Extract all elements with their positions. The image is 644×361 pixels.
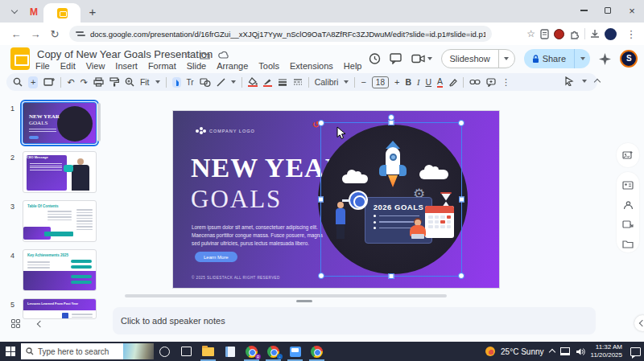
border-dash-icon[interactable] xyxy=(293,78,303,86)
slideshow-button[interactable]: Slideshow xyxy=(442,54,498,64)
meet-call-button[interactable] xyxy=(411,54,432,64)
menu-extensions[interactable]: Extensions xyxy=(290,61,333,71)
collapse-side-panel-icon[interactable] xyxy=(634,315,644,331)
slide-title-line2[interactable]: GOALS xyxy=(191,185,282,214)
tab-search-icon[interactable] xyxy=(6,3,23,19)
browser-profile-avatar[interactable] xyxy=(605,28,617,40)
new-slide-icon[interactable]: + xyxy=(28,76,38,88)
menu-tools[interactable]: Tools xyxy=(258,61,279,71)
speaker-notes[interactable]: Click to add speaker notes xyxy=(113,307,596,334)
download-icon[interactable] xyxy=(590,29,600,39)
file-explorer-icon[interactable] xyxy=(197,342,219,361)
insert-line-icon[interactable] xyxy=(217,78,225,87)
resize-handle-nw[interactable] xyxy=(318,120,324,126)
collapse-toolbar-icon[interactable] xyxy=(594,79,601,85)
chrome-profile1-icon[interactable]: R xyxy=(241,342,262,361)
rotation-handle[interactable] xyxy=(388,114,394,121)
new-slide-layout-icon[interactable] xyxy=(43,77,55,87)
blue-app-icon[interactable] xyxy=(284,342,306,361)
extension-adblock-icon[interactable] xyxy=(554,29,564,39)
reading-mode-icon[interactable] xyxy=(540,29,549,39)
text-box-icon[interactable]: Tr xyxy=(187,78,194,87)
contacts-card-icon[interactable] xyxy=(617,174,639,195)
resize-handle-ne[interactable] xyxy=(458,120,464,126)
forward-icon[interactable]: → xyxy=(26,28,45,40)
move-folder-icon[interactable] xyxy=(200,51,210,59)
menu-arrange[interactable]: Arrange xyxy=(217,61,248,71)
gemini-sparkle-icon[interactable] xyxy=(599,53,611,65)
new-tab-button[interactable]: + xyxy=(84,2,101,20)
font-dropdown-caret[interactable] xyxy=(344,80,349,84)
notes-app-icon[interactable] xyxy=(219,342,241,361)
slide-thumbnail-4[interactable]: Key Achievements 2025 xyxy=(23,249,97,291)
underline-button[interactable]: U xyxy=(425,77,431,87)
highlight-color-icon[interactable] xyxy=(448,78,457,87)
slides-app-icon[interactable] xyxy=(10,47,30,70)
border-weight-icon[interactable] xyxy=(278,78,287,86)
star-document-icon[interactable]: ☆ xyxy=(184,50,192,60)
resize-handle-se[interactable] xyxy=(458,273,464,279)
reload-icon[interactable]: ↻ xyxy=(45,28,64,40)
tray-expand-icon[interactable] xyxy=(548,349,555,355)
weather-icon[interactable] xyxy=(485,347,495,356)
taskbar-search[interactable]: Type here to search xyxy=(21,343,154,359)
zoom-in-icon[interactable] xyxy=(125,77,134,87)
add-comment-icon[interactable] xyxy=(486,78,496,87)
zoom-search-icon[interactable] xyxy=(13,77,23,87)
network-icon[interactable] xyxy=(560,347,570,355)
menu-view[interactable]: View xyxy=(86,61,105,71)
folder-panel-icon[interactable] xyxy=(617,233,639,254)
grid-view-icon[interactable] xyxy=(11,319,20,328)
slide-thumbnail-3[interactable]: Table Of Contents xyxy=(23,200,97,242)
fit-zoom-select[interactable]: Fit xyxy=(140,77,150,87)
bold-button[interactable]: B xyxy=(405,77,411,87)
tab-gmail[interactable]: M xyxy=(24,3,43,21)
slideshow-dropdown[interactable] xyxy=(498,50,514,68)
slide-thumbnail-1[interactable]: NEW YEARGOALS xyxy=(23,102,97,144)
share-button[interactable]: Share xyxy=(524,54,574,64)
maximize-button[interactable] xyxy=(596,0,620,21)
share-dropdown[interactable] xyxy=(574,49,590,68)
line-dropdown-caret[interactable] xyxy=(231,80,236,84)
account-avatar[interactable] xyxy=(620,50,638,68)
menu-slide[interactable]: Slide xyxy=(187,61,206,71)
insert-image-icon[interactable] xyxy=(617,145,639,166)
learn-more-button[interactable]: Learn More xyxy=(195,252,237,262)
close-button[interactable]: × xyxy=(620,0,644,21)
text-color-button[interactable]: A xyxy=(437,76,443,88)
address-bar[interactable]: docs.google.com/presentation/d/16frGZui_… xyxy=(69,26,492,42)
site-info-icon[interactable] xyxy=(76,30,85,38)
task-view-icon[interactable] xyxy=(175,342,197,361)
bookmark-star-icon[interactable]: ☆ xyxy=(526,28,535,39)
slide-illustration[interactable]: ⚙ 2026 GOALS xyxy=(318,125,468,274)
collapse-filmstrip-icon[interactable] xyxy=(37,320,43,326)
fit-dropdown-caret[interactable] xyxy=(155,80,160,84)
resize-handle-sw[interactable] xyxy=(318,273,324,279)
version-history-icon[interactable] xyxy=(368,52,381,65)
border-color-icon[interactable] xyxy=(263,78,272,87)
pointer-dropdown-caret[interactable] xyxy=(582,80,587,83)
redo-icon[interactable]: ↷ xyxy=(80,78,88,87)
italic-button[interactable]: I xyxy=(417,78,420,87)
more-options-icon[interactable]: ⋮ xyxy=(502,78,510,87)
menu-help[interactable]: Help xyxy=(344,61,362,71)
increase-font-icon[interactable]: + xyxy=(394,78,399,87)
notes-resize-handle[interactable] xyxy=(296,300,312,302)
resize-handle-s[interactable] xyxy=(389,273,394,279)
slide-body-text[interactable]: Lorem ipsum dolor sit amet, consectetuer… xyxy=(192,224,324,247)
select-tool-icon[interactable] xyxy=(172,77,181,88)
profile-group-icon[interactable] xyxy=(617,195,639,215)
cortana-icon[interactable] xyxy=(154,342,175,361)
menu-file[interactable]: File xyxy=(35,61,50,71)
filmstrip-scrollbar[interactable] xyxy=(97,103,101,142)
volume-icon[interactable] xyxy=(576,347,585,356)
print-icon[interactable] xyxy=(93,77,104,87)
extensions-puzzle-icon[interactable] xyxy=(569,29,580,39)
menu-format[interactable]: Format xyxy=(148,61,176,71)
browser-menu-icon[interactable]: ⋮ xyxy=(621,28,641,40)
chrome-active-icon[interactable] xyxy=(306,342,328,361)
tab-slides-active[interactable] xyxy=(43,3,80,23)
chrome-profile2-icon[interactable]: ◦ xyxy=(262,342,284,361)
minimize-button[interactable] xyxy=(572,0,596,21)
canvas-horizontal-scrollbar[interactable] xyxy=(125,294,447,297)
